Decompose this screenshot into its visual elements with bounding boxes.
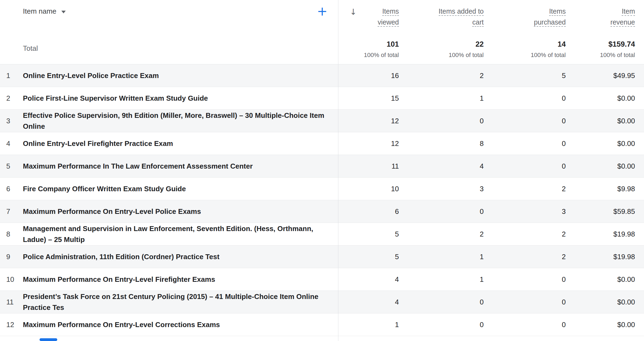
column-header-label: cart xyxy=(472,18,484,27)
row-index: 3 xyxy=(6,117,23,125)
items-purchased-value: 2 xyxy=(491,246,573,268)
item-name: Police First-Line Supervisor Written Exa… xyxy=(23,93,221,104)
items-added-to-cart-value: 0 xyxy=(407,291,491,313)
row-index: 6 xyxy=(6,185,23,193)
total-percent: 100% of total xyxy=(407,51,484,59)
items-viewed-value: 4 xyxy=(338,291,407,313)
item-revenue-value: $0.00 xyxy=(573,313,644,336)
item-name: Management and Supervision in Law Enforc… xyxy=(23,223,338,245)
items-viewed-value: 1 xyxy=(338,313,407,336)
item-revenue-value: $19.98 xyxy=(573,246,644,268)
column-header-label: Item xyxy=(622,7,635,16)
table-row: 2 Police First-Line Supervisor Written E… xyxy=(0,87,644,110)
item-revenue-value: $0.00 xyxy=(573,132,644,155)
item-name: Maximum Performance On Entry-Level Firef… xyxy=(23,274,228,285)
column-header-item-revenue[interactable]: Item revenue xyxy=(573,0,644,32)
total-items-purchased: 14 100% of total xyxy=(491,32,573,64)
items-purchased-value: 0 xyxy=(491,291,573,313)
table-row: 7 Maximum Performance On Entry-Level Pol… xyxy=(0,200,644,223)
item-name-cell: 6 Fire Company Officer Written Exam Stud… xyxy=(0,178,338,200)
item-name-cell: 11 President’s Task Force on 21st Centur… xyxy=(0,291,338,313)
table-row: 11 President’s Task Force on 21st Centur… xyxy=(0,291,644,313)
row-index: 5 xyxy=(6,162,23,170)
item-name: Effective Police Supervision, 9th Editio… xyxy=(23,110,338,132)
item-name-cell: 1 Online Entry-Level Police Practice Exa… xyxy=(0,64,338,87)
header-dimension-cell: Item name + xyxy=(0,0,338,32)
item-name: Fire Company Officer Written Exam Study … xyxy=(23,183,199,194)
item-name-cell: 10 Maximum Performance On Entry-Level Fi… xyxy=(0,268,338,291)
total-value: $159.74 xyxy=(573,39,635,49)
items-added-to-cart-value: 0 xyxy=(407,200,491,223)
item-revenue-value: $0.00 xyxy=(573,268,644,291)
add-dimension-button[interactable]: + xyxy=(317,5,327,17)
items-viewed-value: 5 xyxy=(338,223,407,245)
table-row: 9 Police Administration, 11th Edition (C… xyxy=(0,246,644,268)
items-added-to-cart-value: 4 xyxy=(407,155,491,177)
items-purchased-value: 0 xyxy=(491,268,573,291)
items-added-to-cart-value: 1 xyxy=(407,246,491,268)
item-name-cell: 7 Maximum Performance On Entry-Level Pol… xyxy=(0,200,338,223)
row-index: 9 xyxy=(6,253,23,261)
item-revenue-value: $0.00 xyxy=(573,110,644,132)
dimension-selector[interactable]: Item name xyxy=(23,7,66,16)
items-purchased-value: 5 xyxy=(491,64,573,87)
dimension-selector-label: Item name xyxy=(23,7,56,16)
row-index: 2 xyxy=(6,94,23,103)
item-name-cell: 4 Online Entry-Level Firefighter Practic… xyxy=(0,132,338,155)
table-row: 3 Effective Police Supervision, 9th Edit… xyxy=(0,110,644,132)
total-label: Total xyxy=(0,44,38,53)
item-name-cell: 2 Police First-Line Supervisor Written E… xyxy=(0,87,338,109)
column-header-items-viewed[interactable]: ↓ Items viewed xyxy=(338,0,407,32)
total-value: 14 xyxy=(491,39,566,49)
item-name: Online Entry-Level Firefighter Practice … xyxy=(23,138,186,149)
item-name-cell: 3 Effective Police Supervision, 9th Edit… xyxy=(0,110,338,132)
sort-descending-icon[interactable]: ↓ xyxy=(350,7,357,17)
table-row: 1 Online Entry-Level Police Practice Exa… xyxy=(0,64,644,87)
item-revenue-value: $0.00 xyxy=(573,87,644,109)
items-viewed-value: 6 xyxy=(338,200,407,223)
item-name-cell: 12 Maximum Performance On Entry-Level Co… xyxy=(0,313,338,336)
item-revenue-value: $19.98 xyxy=(573,223,644,245)
row-index: 10 xyxy=(6,275,23,284)
item-name: Maximum Performance In The Law Enforceme… xyxy=(23,161,266,172)
items-added-to-cart-value: 0 xyxy=(407,110,491,132)
total-value: 101 xyxy=(338,39,399,49)
table-header-row: Item name + ↓ Items viewed Items added t… xyxy=(0,0,644,32)
items-added-to-cart-value: 0 xyxy=(407,313,491,336)
row-index: 12 xyxy=(6,321,23,329)
table-row: 6 Fire Company Officer Written Exam Stud… xyxy=(0,178,644,200)
total-item-revenue: $159.74 100% of total xyxy=(573,32,644,64)
item-revenue-value: $9.98 xyxy=(573,178,644,200)
items-purchased-value: 2 xyxy=(491,223,573,245)
items-viewed-value: 15 xyxy=(338,87,407,109)
items-purchased-value: 0 xyxy=(491,110,573,132)
items-added-to-cart-value: 2 xyxy=(407,223,491,245)
table-row: 5 Maximum Performance In The Law Enforce… xyxy=(0,155,644,178)
column-header-items-added-to-cart[interactable]: Items added to cart xyxy=(407,0,491,32)
item-name: Maximum Performance On Entry-Level Corre… xyxy=(23,319,233,330)
items-viewed-value: 12 xyxy=(338,110,407,132)
item-name: Maximum Performance On Entry-Level Polic… xyxy=(23,206,214,217)
item-name: Police Administration, 11th Edition (Cor… xyxy=(23,251,233,262)
column-header-items-purchased[interactable]: Items purchased xyxy=(491,0,573,32)
items-added-to-cart-value: 2 xyxy=(407,64,491,87)
total-items-viewed: 101 100% of total xyxy=(338,32,407,64)
items-purchased-value: 0 xyxy=(491,87,573,109)
column-header-label: revenue xyxy=(610,18,635,27)
items-viewed-value: 4 xyxy=(338,268,407,291)
table-row: 10 Maximum Performance On Entry-Level Fi… xyxy=(0,268,644,291)
horizontal-scrollbar-thumb[interactable] xyxy=(40,338,57,341)
items-purchased-value: 2 xyxy=(491,178,573,200)
items-purchased-value: 3 xyxy=(491,200,573,223)
column-header-label: viewed xyxy=(378,18,399,27)
item-name-cell: 5 Maximum Performance In The Law Enforce… xyxy=(0,155,338,177)
total-items-added-to-cart: 22 100% of total xyxy=(407,32,491,64)
total-percent: 100% of total xyxy=(573,51,635,59)
items-added-to-cart-value: 1 xyxy=(407,87,491,109)
item-revenue-value: $0.00 xyxy=(573,291,644,313)
table-total-row: Total 101 100% of total 22 100% of total… xyxy=(0,32,644,64)
row-index: 11 xyxy=(6,298,23,306)
item-revenue-value: $49.95 xyxy=(573,64,644,87)
items-purchased-value: 0 xyxy=(491,155,573,177)
items-purchased-value: 0 xyxy=(491,313,573,336)
